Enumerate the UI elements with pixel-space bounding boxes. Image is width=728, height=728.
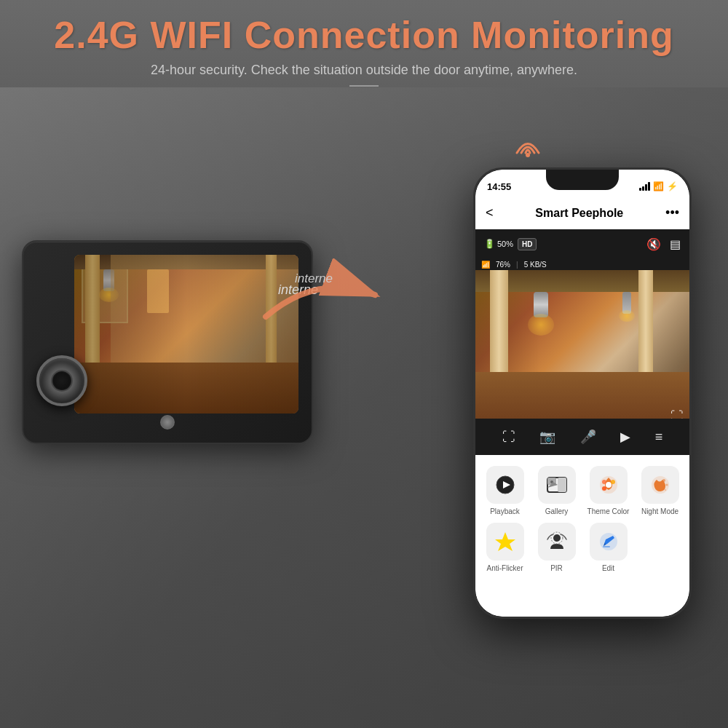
cam-left-controls: 🔋 50% HD [484,238,537,250]
signal-bar-4 [648,182,650,191]
edit-icon [598,531,619,552]
night-icon-wrap [641,466,679,504]
microphone-icon[interactable]: 🎤 [580,429,596,445]
menu-grid: Playback Gall [483,466,682,572]
app-title: Smart Peephole [535,207,623,220]
wifi-feed-icon: 📶 [481,261,490,269]
signal-bar-3 [645,184,647,191]
status-time: 14:55 [487,175,511,192]
battery-body: 🔋 [484,239,495,249]
hd-badge: HD [518,238,537,250]
camera-controls-bar: 🔋 50% HD 🔇 ▤ [475,229,689,258]
layout-icon[interactable]: ▤ [670,237,681,251]
signal-bar-1 [639,188,641,191]
wifi-signal-icon [510,131,546,163]
pir-label: PIR [550,564,563,572]
svg-point-11 [602,480,606,484]
settings-ctrl-icon[interactable]: ≡ [655,430,663,445]
night-mode-icon [649,474,671,496]
battery-percentage: 50% [497,240,513,248]
svg-point-15 [662,479,665,482]
device-lens [36,355,87,406]
snapshot-icon[interactable]: 📷 [539,429,555,445]
wifi-feed-percentage: 76% [496,261,510,269]
porch-light-2-glow [619,310,635,322]
svg-point-16 [665,484,668,486]
phone-mockup: 14:55 📶 ⚡ < Smart Peephole ••• [473,167,692,619]
svg-point-0 [526,153,530,157]
antiflicker-label: Anti-Flicker [486,564,523,572]
battery-icon-status: ⚡ [667,181,678,191]
gallery-label: Gallery [545,507,569,515]
phone-screen: 14:55 📶 ⚡ < Smart Peephole ••• [475,170,689,617]
playback-icon [495,475,515,495]
antiflicker-icon [495,531,515,553]
sub-title: 24-hour security. Check the situation ou… [0,63,728,78]
device-button [160,415,175,430]
svg-rect-6 [558,478,566,492]
app-menu: Playback Gall [475,455,689,617]
porch-light-glow [528,314,554,336]
header-divider [349,85,379,87]
svg-rect-22 [603,546,610,547]
gallery-icon [546,475,568,495]
antiflicker-icon-wrap [486,523,524,561]
playback-label: Playback [490,507,520,515]
more-button[interactable]: ••• [665,205,679,221]
theme-icon [598,474,620,496]
menu-item-theme[interactable]: Theme Color [586,466,630,515]
svg-marker-18 [495,532,515,551]
status-icons: 📶 ⚡ [639,175,678,191]
signal-bar-2 [642,186,644,191]
main-title: 2.4G WIFI Connection Monitoring [0,13,728,57]
lens-inner [51,370,73,392]
speed-divider: | [516,261,518,269]
interne-text: interne [295,272,333,286]
app-header: < Smart Peephole ••• [475,197,689,229]
menu-item-gallery[interactable]: Gallery [534,466,579,515]
menu-item-pir[interactable]: PIR [534,523,579,572]
svg-point-17 [665,489,666,491]
theme-label: Theme Color [587,507,630,515]
fullscreen-ctrl-icon[interactable]: ⛶ [502,430,515,445]
mute-icon[interactable]: 🔇 [646,237,661,251]
connection-arrow: interne [258,258,389,349]
menu-item-night[interactable]: Night Mode [638,466,682,515]
wifi-icon: 📶 [653,181,664,191]
theme-icon-wrap [590,466,628,504]
cam-right-controls: 🔇 ▤ [646,237,681,251]
menu-item-edit[interactable]: Edit [586,523,630,572]
menu-item-antiflicker[interactable]: Anti-Flicker [483,523,527,572]
camera-feed: ⛶ [475,270,689,430]
edit-label: Edit [602,564,614,572]
header-section: 2.4G WIFI Connection Monitoring 24-hour … [0,0,728,87]
gallery-icon-wrap [538,466,576,504]
night-label: Night Mode [641,507,678,515]
signal-bars-icon [639,182,650,191]
battery-status: 🔋 50% [484,239,513,249]
svg-point-10 [606,482,612,488]
playback-icon-wrap [486,466,524,504]
edit-icon-wrap [590,523,628,561]
back-button[interactable]: < [486,205,494,221]
svg-point-12 [611,480,615,484]
svg-point-13 [602,486,606,491]
phone-notch [546,170,619,190]
phone-container: 14:55 📶 ⚡ < Smart Peephole ••• [473,167,692,619]
pir-icon-wrap [538,523,576,561]
pir-icon [546,531,568,553]
feed-speed: 5 KB/S [524,261,547,269]
feed-status-bar: 📶 76% | 5 KB/S [475,258,689,270]
svg-point-19 [553,534,561,542]
menu-item-playback[interactable]: Playback [483,466,527,515]
record-icon[interactable]: ▶ [620,429,630,445]
bottom-camera-controls: ⛶ 📷 🎤 ▶ ≡ [475,419,689,455]
